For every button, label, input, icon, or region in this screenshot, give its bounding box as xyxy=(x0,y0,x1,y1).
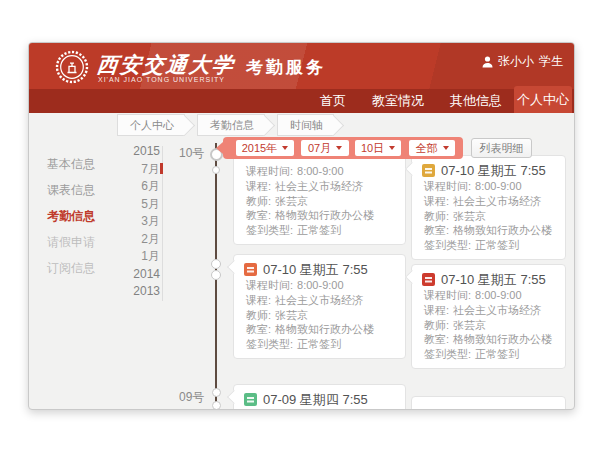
month-select-value: 07月 xyxy=(308,141,331,156)
card-field: 教师:张芸京 xyxy=(422,318,555,333)
nav-item-classrooms[interactable]: 教室情况 xyxy=(372,92,424,110)
card-tail xyxy=(405,270,419,284)
scale-month[interactable]: 1月 xyxy=(124,248,160,266)
sidebar-item-basic-info[interactable]: 基本信息 xyxy=(47,155,109,181)
card-field: 课程:社会主义市场经济 xyxy=(422,303,555,318)
card-field: 签到类型:正常签到 xyxy=(244,337,395,352)
attendance-stamp-icon xyxy=(422,273,435,286)
field-label: 教室: xyxy=(424,224,449,236)
card-field: 课程:社会主义市场经济 xyxy=(244,293,395,308)
card-field: 教室:格物致知行政办公楼 xyxy=(244,322,395,337)
sidebar-item-leave-request[interactable]: 请假申请 xyxy=(47,233,109,259)
timeline-scale: 2015 7月 6月 5月 3月 2月 1月 2014 2013 xyxy=(124,143,160,301)
filter-bar: 2015年 07月 10日 全部 xyxy=(223,137,463,159)
breadcrumb-attendance-info[interactable]: 考勤信息 xyxy=(197,114,265,136)
scale-month[interactable]: 2月 xyxy=(124,231,160,249)
card-field: 教室:格物致知行政办公楼 xyxy=(422,223,555,238)
field-label: 课程: xyxy=(424,195,449,207)
scale-year[interactable]: 2014 xyxy=(124,266,160,284)
university-name-cn: 西安交通大学 xyxy=(96,51,237,79)
day-marker-09: 09号 xyxy=(179,389,204,406)
card-tail xyxy=(227,260,241,274)
field-value: 8:00-9:00 xyxy=(475,289,521,301)
attendance-stamp-icon xyxy=(422,164,435,177)
field-value: 格物致知行政办公楼 xyxy=(275,209,374,221)
field-label: 课程: xyxy=(246,180,271,192)
card-date: 07-10 星期五 7:55 xyxy=(441,162,546,180)
card-field: 课程时间:8:00-9:00 xyxy=(422,288,555,303)
scale-month[interactable]: 3月 xyxy=(124,213,160,231)
field-value: 正常签到 xyxy=(297,338,341,350)
field-label: 课程时间: xyxy=(424,289,471,301)
card-header: 07-10 星期五 7:55 xyxy=(422,162,555,179)
month-select[interactable]: 07月 xyxy=(301,140,349,156)
card-field: 教室:格物致知行政办公楼 xyxy=(244,208,395,223)
sidebar-item-course-schedule[interactable]: 课表信息 xyxy=(47,181,109,207)
field-value: 格物致知行政办公楼 xyxy=(453,333,552,345)
scale-year[interactable]: 2013 xyxy=(124,283,160,301)
card-field: 教师:张芸京 xyxy=(244,308,395,323)
sidebar-item-attendance-info[interactable]: 考勤信息 xyxy=(47,207,109,233)
app-window: 西安交通大学 XI'AN JIAO TONG UNIVERSITY 考勤服务 张… xyxy=(28,42,575,410)
user-role: 学生 xyxy=(539,53,563,70)
field-value: 社会主义市场经济 xyxy=(275,294,363,306)
scale-month[interactable]: 7月 xyxy=(124,161,160,179)
type-select[interactable]: 全部 xyxy=(409,140,455,156)
field-value: 8:00-9:00 xyxy=(475,180,521,192)
chevron-down-icon xyxy=(389,146,395,150)
university-name-en: XI'AN JIAO TONG UNIVERSITY xyxy=(98,76,225,83)
field-value: 格物致知行政办公楼 xyxy=(453,224,552,236)
breadcrumb: 个人中心 考勤信息 时间轴 xyxy=(117,114,346,136)
sidebar-item-subscription-info[interactable]: 订阅信息 xyxy=(47,259,109,285)
field-value: 社会主义市场经济 xyxy=(275,180,363,192)
attendance-card: 07-10 星期五 7:55 课程时间:8:00-9:00 课程:社会主义市场经… xyxy=(411,155,566,260)
day-select[interactable]: 10日 xyxy=(355,140,401,156)
card-date: 07-10 星期五 7:55 xyxy=(263,261,368,279)
scale-month[interactable]: 5月 xyxy=(124,196,160,214)
timeline-node xyxy=(212,166,220,174)
field-label: 教师: xyxy=(246,195,271,207)
nav-item-personal-center-active[interactable]: 个人中心 xyxy=(514,86,572,113)
field-value: 8:00-9:00 xyxy=(297,165,343,177)
card-field: 课程时间:8:00-9:00 xyxy=(244,278,395,293)
field-label: 教室: xyxy=(246,209,271,221)
nav-item-other-info[interactable]: 其他信息 xyxy=(450,92,502,110)
timeline-node xyxy=(211,270,221,280)
field-label: 教室: xyxy=(424,333,449,345)
timeline-node xyxy=(212,401,221,410)
field-value: 社会主义市场经济 xyxy=(453,195,541,207)
nav-item-home[interactable]: 首页 xyxy=(320,92,346,110)
screenshot-canvas: 西安交通大学 XI'AN JIAO TONG UNIVERSITY 考勤服务 张… xyxy=(0,0,600,450)
field-label: 课程时间: xyxy=(424,180,471,192)
timeline-node xyxy=(212,388,221,397)
field-label: 签到类型: xyxy=(424,239,471,251)
year-select[interactable]: 2015年 xyxy=(236,140,294,156)
card-field: 教师:张芸京 xyxy=(244,194,395,209)
day-marker-10: 10号 xyxy=(179,145,204,162)
attendance-stamp-icon xyxy=(244,393,257,406)
year-select-value: 2015年 xyxy=(242,141,277,156)
field-label: 教师: xyxy=(424,319,449,331)
main-nav: 首页 教室情况 其他信息 个人中心 xyxy=(29,89,574,113)
breadcrumb-personal-center[interactable]: 个人中心 xyxy=(117,114,185,136)
field-value: 正常签到 xyxy=(475,239,519,251)
card-field: 签到类型:正常签到 xyxy=(422,238,555,253)
timeline-node xyxy=(211,259,221,269)
scale-year[interactable]: 2015 xyxy=(124,143,160,161)
person-icon xyxy=(482,56,493,68)
field-label: 课程: xyxy=(246,294,271,306)
card-field: 签到类型:正常签到 xyxy=(244,223,395,238)
day-select-value: 10日 xyxy=(361,141,384,156)
scale-month[interactable]: 6月 xyxy=(124,178,160,196)
field-value: 正常签到 xyxy=(297,224,341,236)
field-value: 社会主义市场经济 xyxy=(453,304,541,316)
card-date: 07-09 星期四 7:55 xyxy=(263,391,368,409)
user-menu[interactable]: 张小小 学生 xyxy=(482,53,563,70)
field-label: 课程时间: xyxy=(246,165,293,177)
list-detail-button[interactable]: 列表明细 xyxy=(471,138,532,158)
field-label: 课程时间: xyxy=(246,279,293,291)
field-label: 教师: xyxy=(424,210,449,222)
breadcrumb-timeline[interactable]: 时间轴 xyxy=(277,114,334,136)
sidebar: 基本信息 课表信息 考勤信息 请假申请 订阅信息 xyxy=(47,155,109,285)
field-label: 教室: xyxy=(246,323,271,335)
